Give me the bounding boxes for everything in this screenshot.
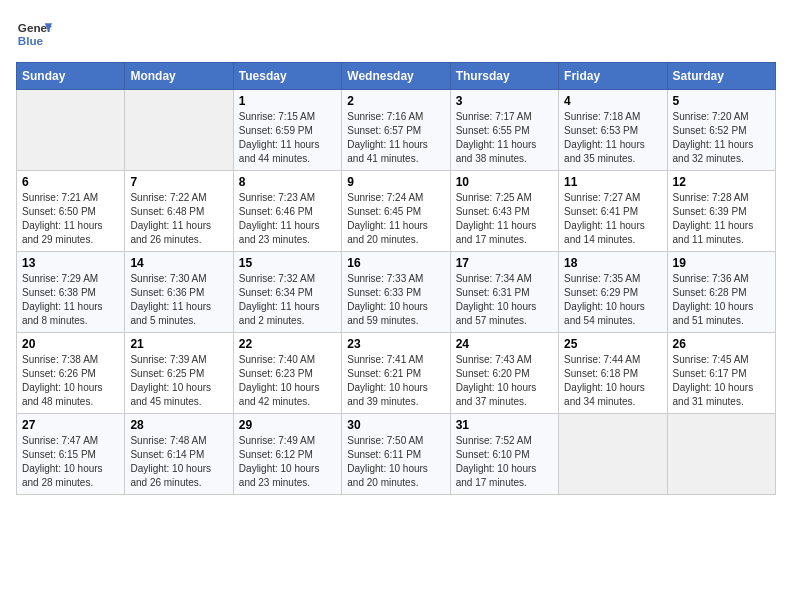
day-number: 8 xyxy=(239,175,336,189)
calendar-week-row: 27Sunrise: 7:47 AM Sunset: 6:15 PM Dayli… xyxy=(17,414,776,495)
day-number: 13 xyxy=(22,256,119,270)
day-number: 5 xyxy=(673,94,770,108)
day-number: 16 xyxy=(347,256,444,270)
day-info: Sunrise: 7:47 AM Sunset: 6:15 PM Dayligh… xyxy=(22,434,119,490)
day-number: 21 xyxy=(130,337,227,351)
day-number: 17 xyxy=(456,256,553,270)
day-info: Sunrise: 7:34 AM Sunset: 6:31 PM Dayligh… xyxy=(456,272,553,328)
calendar-week-row: 6Sunrise: 7:21 AM Sunset: 6:50 PM Daylig… xyxy=(17,171,776,252)
weekday-header: Tuesday xyxy=(233,63,341,90)
calendar-cell: 28Sunrise: 7:48 AM Sunset: 6:14 PM Dayli… xyxy=(125,414,233,495)
calendar-cell: 6Sunrise: 7:21 AM Sunset: 6:50 PM Daylig… xyxy=(17,171,125,252)
calendar-cell xyxy=(667,414,775,495)
calendar-cell: 11Sunrise: 7:27 AM Sunset: 6:41 PM Dayli… xyxy=(559,171,667,252)
day-info: Sunrise: 7:36 AM Sunset: 6:28 PM Dayligh… xyxy=(673,272,770,328)
day-info: Sunrise: 7:48 AM Sunset: 6:14 PM Dayligh… xyxy=(130,434,227,490)
day-number: 20 xyxy=(22,337,119,351)
day-info: Sunrise: 7:29 AM Sunset: 6:38 PM Dayligh… xyxy=(22,272,119,328)
day-number: 26 xyxy=(673,337,770,351)
day-info: Sunrise: 7:23 AM Sunset: 6:46 PM Dayligh… xyxy=(239,191,336,247)
header-row: SundayMondayTuesdayWednesdayThursdayFrid… xyxy=(17,63,776,90)
day-number: 6 xyxy=(22,175,119,189)
calendar-cell: 23Sunrise: 7:41 AM Sunset: 6:21 PM Dayli… xyxy=(342,333,450,414)
day-info: Sunrise: 7:16 AM Sunset: 6:57 PM Dayligh… xyxy=(347,110,444,166)
calendar-cell: 13Sunrise: 7:29 AM Sunset: 6:38 PM Dayli… xyxy=(17,252,125,333)
calendar-cell xyxy=(125,90,233,171)
calendar-week-row: 1Sunrise: 7:15 AM Sunset: 6:59 PM Daylig… xyxy=(17,90,776,171)
calendar-cell: 25Sunrise: 7:44 AM Sunset: 6:18 PM Dayli… xyxy=(559,333,667,414)
calendar-cell: 10Sunrise: 7:25 AM Sunset: 6:43 PM Dayli… xyxy=(450,171,558,252)
logo: General Blue xyxy=(16,16,52,52)
day-number: 7 xyxy=(130,175,227,189)
calendar-week-row: 13Sunrise: 7:29 AM Sunset: 6:38 PM Dayli… xyxy=(17,252,776,333)
day-info: Sunrise: 7:20 AM Sunset: 6:52 PM Dayligh… xyxy=(673,110,770,166)
day-info: Sunrise: 7:52 AM Sunset: 6:10 PM Dayligh… xyxy=(456,434,553,490)
calendar-cell: 18Sunrise: 7:35 AM Sunset: 6:29 PM Dayli… xyxy=(559,252,667,333)
day-number: 1 xyxy=(239,94,336,108)
day-number: 28 xyxy=(130,418,227,432)
day-info: Sunrise: 7:15 AM Sunset: 6:59 PM Dayligh… xyxy=(239,110,336,166)
calendar-cell: 12Sunrise: 7:28 AM Sunset: 6:39 PM Dayli… xyxy=(667,171,775,252)
calendar-cell: 9Sunrise: 7:24 AM Sunset: 6:45 PM Daylig… xyxy=(342,171,450,252)
day-info: Sunrise: 7:49 AM Sunset: 6:12 PM Dayligh… xyxy=(239,434,336,490)
day-info: Sunrise: 7:28 AM Sunset: 6:39 PM Dayligh… xyxy=(673,191,770,247)
weekday-header: Thursday xyxy=(450,63,558,90)
day-info: Sunrise: 7:41 AM Sunset: 6:21 PM Dayligh… xyxy=(347,353,444,409)
day-info: Sunrise: 7:45 AM Sunset: 6:17 PM Dayligh… xyxy=(673,353,770,409)
calendar-cell xyxy=(559,414,667,495)
day-info: Sunrise: 7:27 AM Sunset: 6:41 PM Dayligh… xyxy=(564,191,661,247)
calendar-cell: 30Sunrise: 7:50 AM Sunset: 6:11 PM Dayli… xyxy=(342,414,450,495)
day-number: 22 xyxy=(239,337,336,351)
day-info: Sunrise: 7:24 AM Sunset: 6:45 PM Dayligh… xyxy=(347,191,444,247)
calendar-cell xyxy=(17,90,125,171)
calendar-cell: 27Sunrise: 7:47 AM Sunset: 6:15 PM Dayli… xyxy=(17,414,125,495)
day-info: Sunrise: 7:44 AM Sunset: 6:18 PM Dayligh… xyxy=(564,353,661,409)
calendar-cell: 21Sunrise: 7:39 AM Sunset: 6:25 PM Dayli… xyxy=(125,333,233,414)
day-info: Sunrise: 7:25 AM Sunset: 6:43 PM Dayligh… xyxy=(456,191,553,247)
weekday-header: Wednesday xyxy=(342,63,450,90)
calendar-cell: 20Sunrise: 7:38 AM Sunset: 6:26 PM Dayli… xyxy=(17,333,125,414)
day-info: Sunrise: 7:43 AM Sunset: 6:20 PM Dayligh… xyxy=(456,353,553,409)
day-number: 2 xyxy=(347,94,444,108)
day-number: 18 xyxy=(564,256,661,270)
calendar-cell: 5Sunrise: 7:20 AM Sunset: 6:52 PM Daylig… xyxy=(667,90,775,171)
day-number: 11 xyxy=(564,175,661,189)
calendar-cell: 14Sunrise: 7:30 AM Sunset: 6:36 PM Dayli… xyxy=(125,252,233,333)
day-number: 29 xyxy=(239,418,336,432)
weekday-header: Sunday xyxy=(17,63,125,90)
page-header: General Blue xyxy=(16,16,776,52)
day-number: 30 xyxy=(347,418,444,432)
day-number: 15 xyxy=(239,256,336,270)
calendar-cell: 3Sunrise: 7:17 AM Sunset: 6:55 PM Daylig… xyxy=(450,90,558,171)
calendar-cell: 16Sunrise: 7:33 AM Sunset: 6:33 PM Dayli… xyxy=(342,252,450,333)
day-number: 3 xyxy=(456,94,553,108)
day-number: 19 xyxy=(673,256,770,270)
calendar-cell: 17Sunrise: 7:34 AM Sunset: 6:31 PM Dayli… xyxy=(450,252,558,333)
day-number: 27 xyxy=(22,418,119,432)
day-number: 10 xyxy=(456,175,553,189)
day-number: 31 xyxy=(456,418,553,432)
day-info: Sunrise: 7:33 AM Sunset: 6:33 PM Dayligh… xyxy=(347,272,444,328)
day-info: Sunrise: 7:21 AM Sunset: 6:50 PM Dayligh… xyxy=(22,191,119,247)
logo-icon: General Blue xyxy=(16,16,52,52)
calendar-week-row: 20Sunrise: 7:38 AM Sunset: 6:26 PM Dayli… xyxy=(17,333,776,414)
day-number: 25 xyxy=(564,337,661,351)
calendar-cell: 26Sunrise: 7:45 AM Sunset: 6:17 PM Dayli… xyxy=(667,333,775,414)
day-number: 14 xyxy=(130,256,227,270)
day-info: Sunrise: 7:38 AM Sunset: 6:26 PM Dayligh… xyxy=(22,353,119,409)
weekday-header: Friday xyxy=(559,63,667,90)
calendar-cell: 19Sunrise: 7:36 AM Sunset: 6:28 PM Dayli… xyxy=(667,252,775,333)
day-info: Sunrise: 7:30 AM Sunset: 6:36 PM Dayligh… xyxy=(130,272,227,328)
calendar-body: 1Sunrise: 7:15 AM Sunset: 6:59 PM Daylig… xyxy=(17,90,776,495)
day-info: Sunrise: 7:39 AM Sunset: 6:25 PM Dayligh… xyxy=(130,353,227,409)
calendar-cell: 4Sunrise: 7:18 AM Sunset: 6:53 PM Daylig… xyxy=(559,90,667,171)
svg-text:Blue: Blue xyxy=(18,34,44,47)
calendar-cell: 31Sunrise: 7:52 AM Sunset: 6:10 PM Dayli… xyxy=(450,414,558,495)
calendar-cell: 7Sunrise: 7:22 AM Sunset: 6:48 PM Daylig… xyxy=(125,171,233,252)
day-info: Sunrise: 7:35 AM Sunset: 6:29 PM Dayligh… xyxy=(564,272,661,328)
day-info: Sunrise: 7:40 AM Sunset: 6:23 PM Dayligh… xyxy=(239,353,336,409)
day-info: Sunrise: 7:50 AM Sunset: 6:11 PM Dayligh… xyxy=(347,434,444,490)
calendar-cell: 22Sunrise: 7:40 AM Sunset: 6:23 PM Dayli… xyxy=(233,333,341,414)
calendar-header: SundayMondayTuesdayWednesdayThursdayFrid… xyxy=(17,63,776,90)
calendar-cell: 15Sunrise: 7:32 AM Sunset: 6:34 PM Dayli… xyxy=(233,252,341,333)
